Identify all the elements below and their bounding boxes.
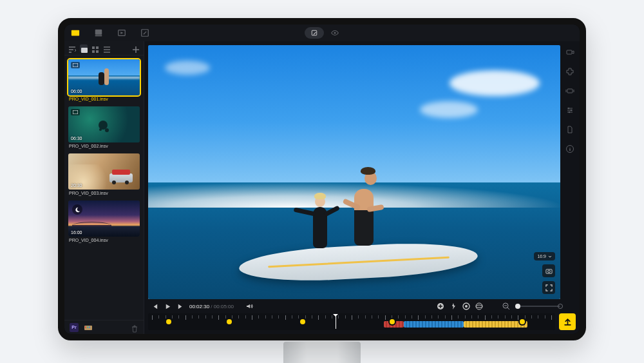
app-top-bar (64, 25, 580, 41)
360-view-icon[interactable] (475, 302, 483, 310)
video-viewer[interactable]: 16:9 (148, 45, 560, 299)
skip-prev-icon[interactable] (151, 302, 158, 310)
clip-type-icon (71, 62, 80, 68)
skip-next-icon[interactable] (176, 302, 184, 310)
play-button[interactable] (164, 302, 171, 310)
svg-rect-15 (85, 326, 86, 328)
file-icon[interactable] (565, 125, 574, 134)
reframe-mode-button[interactable] (305, 27, 324, 39)
svg-point-24 (476, 305, 482, 308)
timeline-segment[interactable] (464, 321, 527, 328)
svg-rect-26 (567, 50, 572, 54)
svg-rect-9 (96, 46, 99, 49)
clip-thumbnail[interactable]: 20:30 (68, 153, 140, 190)
clip-duration: 06:00 (71, 89, 82, 93)
playhead[interactable] (336, 315, 336, 329)
svg-point-28 (568, 108, 569, 109)
fullscreen-button[interactable] (542, 281, 555, 294)
volume-icon[interactable] (245, 302, 253, 310)
lens-icon[interactable] (462, 302, 470, 310)
export-button[interactable] (559, 313, 576, 330)
zoom-out-icon[interactable] (502, 302, 510, 310)
snapshot-button[interactable] (542, 264, 555, 277)
clip-duration: 06:30 (71, 136, 82, 141)
timecode: 00:02:30 / 00:05:00 (189, 304, 234, 309)
svg-rect-7 (81, 48, 88, 53)
keyframe-marker[interactable] (390, 319, 395, 324)
clip-filename: PRO_VID_004.insv (68, 237, 140, 245)
keyframe-marker[interactable] (520, 319, 525, 324)
folder-tab[interactable] (94, 28, 103, 37)
stabilization-icon[interactable] (565, 86, 574, 95)
clip-filename: PRO_VID_003.insv (68, 190, 140, 198)
svg-rect-27 (567, 89, 573, 93)
media-panel: 06:00 PRO_VID_001.insv 06:30 PRO_VID_002… (64, 41, 144, 334)
plugin-icon[interactable] (565, 67, 574, 76)
svg-rect-5 (312, 30, 317, 35)
list-view-icon[interactable] (103, 44, 111, 52)
keyframe-marker[interactable] (300, 319, 305, 324)
camera-settings-icon[interactable] (565, 48, 574, 57)
svg-rect-17 (89, 326, 90, 328)
svg-rect-2 (95, 35, 102, 37)
auto-icon[interactable] (450, 302, 457, 310)
timeline[interactable] (148, 313, 555, 330)
svg-rect-16 (87, 326, 88, 328)
clip-type-icon (71, 109, 80, 115)
clip-thumbnail[interactable]: 06:00 (68, 59, 140, 95)
add-media-icon[interactable] (132, 44, 140, 52)
clip-duration: 16:00 (71, 230, 82, 235)
premiere-export-icon[interactable]: Pr (70, 323, 79, 332)
sort-menu-icon[interactable] (68, 44, 76, 52)
info-icon[interactable] (565, 144, 574, 153)
large-grid-view-icon[interactable] (80, 44, 88, 52)
keyframe-marker[interactable] (166, 319, 171, 324)
svg-point-23 (476, 303, 482, 309)
aspect-ratio-label: 16:9 (537, 254, 546, 259)
clip-thumbnail[interactable]: 16:00 (68, 201, 140, 237)
media-tab[interactable] (71, 28, 80, 37)
night-mode-icon (72, 204, 82, 215)
clip-list[interactable]: 06:00 PRO_VID_001.insv 06:30 PRO_VID_002… (64, 55, 144, 320)
color-palette-icon[interactable] (84, 323, 93, 332)
clip-filename: PRO_VID_002.insv (68, 142, 140, 151)
svg-point-22 (465, 305, 468, 308)
preview-visibility-icon[interactable] (330, 28, 339, 37)
media-panel-toolbar (64, 41, 144, 55)
zoom-slider-handle[interactable] (515, 304, 520, 309)
svg-point-29 (571, 110, 572, 111)
clip-duration: 20:30 (71, 183, 82, 188)
delete-icon[interactable] (131, 324, 138, 331)
clip-filename: PRO_VID_001.insv (68, 95, 140, 104)
media-panel-footer: Pr (64, 320, 144, 334)
svg-point-6 (334, 32, 336, 34)
playback-bar: 00:02:30 / 00:05:00 (144, 299, 580, 313)
keyframe-marker[interactable] (227, 319, 232, 324)
preview-area: 16:9 (144, 41, 580, 334)
svg-point-19 (547, 270, 550, 273)
grid-view-icon[interactable] (91, 44, 99, 52)
svg-rect-11 (96, 50, 99, 53)
edit-tab[interactable] (140, 28, 149, 37)
zoom-slider[interactable] (515, 306, 560, 307)
clip-thumbnail[interactable]: 06:30 (68, 106, 140, 142)
svg-rect-0 (71, 30, 79, 36)
finetune-icon[interactable] (565, 106, 574, 115)
svg-rect-12 (73, 63, 78, 67)
right-tool-rail (564, 48, 576, 295)
svg-point-30 (569, 112, 570, 113)
svg-rect-10 (92, 50, 95, 53)
svg-rect-1 (95, 30, 102, 35)
add-keyframe-icon[interactable] (437, 302, 444, 310)
aspect-ratio-chip[interactable]: 16:9 (534, 252, 555, 260)
timeline-segment[interactable] (404, 321, 464, 328)
svg-rect-13 (73, 110, 78, 114)
svg-rect-8 (92, 46, 95, 49)
library-tab[interactable] (117, 28, 126, 37)
